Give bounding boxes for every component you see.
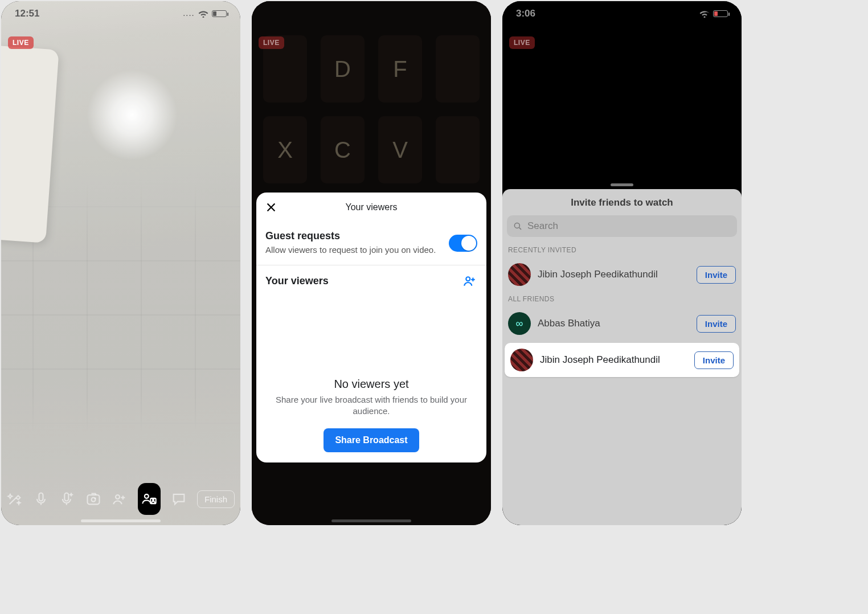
home-indicator[interactable]	[331, 519, 411, 522]
sheet-title: Your viewers	[345, 202, 397, 212]
avatar	[508, 263, 531, 286]
invite-button[interactable]: Invite	[697, 315, 736, 333]
status-icons	[699, 10, 728, 18]
guest-requests-toggle[interactable]	[449, 235, 477, 252]
search-icon	[513, 221, 523, 231]
section-recently-invited: RECENTLY INVITED	[502, 243, 742, 257]
effects-icon[interactable]	[7, 489, 23, 509]
voice-effect-icon[interactable]	[59, 489, 75, 509]
live-badge: LIVE	[8, 36, 34, 49]
invite-friends-context: 3:06 LIVE Invite friends to watch Search…	[502, 1, 742, 525]
no-viewers-empty-state: No viewers yet Share your live broadcast…	[256, 296, 486, 462]
svg-point-3	[116, 495, 120, 499]
guest-requests-title: Guest requests	[265, 230, 442, 242]
friend-row: ∞ Abbas Bhatiya Invite	[502, 306, 742, 341]
empty-title: No viewers yet	[334, 378, 408, 391]
avatar: ∞	[508, 312, 531, 335]
svg-rect-0	[39, 493, 43, 501]
friend-row-highlighted[interactable]: Jibin Joseph Peedikathundil Invite	[505, 343, 739, 377]
invite-viewers-icon[interactable]	[462, 273, 477, 288]
share-broadcast-button[interactable]: Share Broadcast	[324, 428, 419, 452]
svg-rect-2	[88, 495, 100, 504]
guest-requests-section: Guest requests Allow viewers to request …	[256, 222, 486, 265]
invite-button[interactable]: Invite	[697, 266, 736, 284]
search-placeholder: Search	[527, 220, 558, 232]
live-toolbar: Finish	[1, 483, 240, 515]
live-badge: LIVE	[259, 36, 284, 49]
search-input[interactable]: Search	[507, 215, 737, 237]
friend-name: Jibin Joseph Peedikathundil	[538, 269, 690, 280]
flip-camera-icon[interactable]	[85, 489, 101, 509]
clock: 12:51	[15, 8, 39, 19]
svg-point-8	[514, 223, 519, 228]
live-camera-view: 12:51 .... LIVE	[1, 1, 240, 525]
avatar	[510, 349, 533, 371]
section-all-friends: ALL FRIENDS	[502, 292, 742, 306]
clock: 3:06	[516, 8, 535, 19]
your-viewers-row: Your viewers	[256, 265, 486, 296]
panel-title: Invite friends to watch	[502, 189, 742, 215]
sheet-drag-handle[interactable]	[611, 183, 633, 186]
friend-row: Jibin Joseph Peedikathundil Invite	[502, 257, 742, 292]
status-bar: 12:51 ....	[1, 1, 240, 26]
phone-screen-2: DF XCV LIVE Your viewers Guest requests …	[252, 1, 491, 525]
svg-rect-1	[64, 493, 68, 501]
cellular-icon: ....	[183, 10, 195, 17]
phone-screen-1: 12:51 .... LIVE	[1, 1, 240, 525]
status-bar: 3:06	[502, 1, 742, 26]
svg-point-4	[145, 494, 149, 498]
phone-screen-3: 3:06 LIVE Invite friends to watch Search…	[502, 1, 742, 525]
status-icons: ....	[183, 10, 227, 18]
friend-name: Abbas Bhatiya	[538, 318, 690, 329]
battery-low-icon	[713, 10, 728, 17]
guest-requests-desc: Allow viewers to request to join you on …	[265, 244, 442, 256]
empty-desc: Share your live broadcast with friends t…	[272, 394, 470, 417]
battery-icon	[212, 10, 227, 17]
viewers-sheet-context: DF XCV LIVE Your viewers Guest requests …	[252, 1, 491, 525]
comment-icon[interactable]	[171, 489, 187, 509]
close-icon[interactable]	[264, 200, 278, 214]
invite-button[interactable]: Invite	[694, 351, 734, 369]
microphone-icon[interactable]	[33, 489, 49, 509]
svg-point-7	[466, 277, 470, 281]
friend-name: Jibin Joseph Peedikathundil	[540, 354, 687, 366]
svg-point-6	[153, 500, 154, 501]
wifi-icon	[699, 10, 710, 18]
your-viewers-title: Your viewers	[265, 275, 329, 287]
live-badge: LIVE	[509, 36, 535, 49]
invite-friends-panel: Invite friends to watch Search RECENTLY …	[502, 189, 742, 525]
invite-people-icon[interactable]	[112, 489, 128, 509]
finish-button[interactable]: Finish	[197, 490, 235, 508]
viewers-icon[interactable]	[138, 483, 161, 515]
wifi-icon	[198, 10, 208, 18]
home-indicator[interactable]	[81, 519, 161, 522]
viewers-bottom-sheet: Your viewers Guest requests Allow viewer…	[256, 193, 486, 462]
